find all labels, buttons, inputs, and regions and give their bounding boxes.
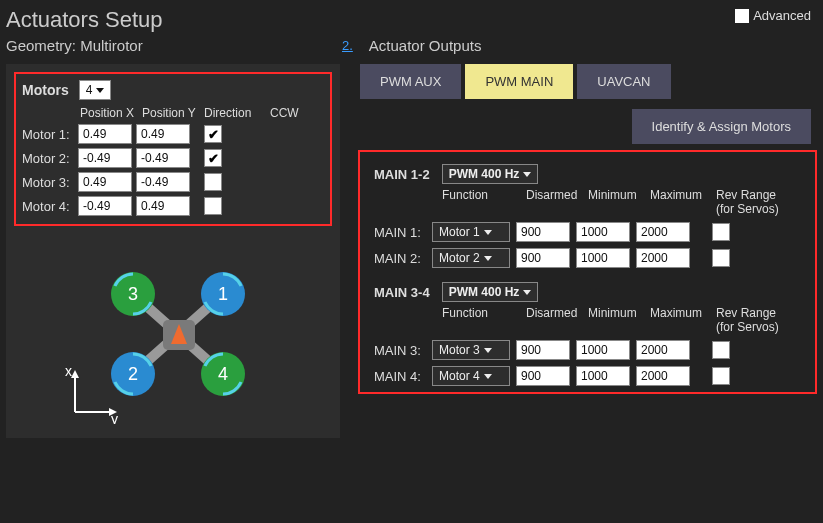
- motor-row: Motor 2: ✔: [22, 148, 324, 168]
- function-select[interactable]: Motor 3: [432, 340, 510, 360]
- pwm-rate-select[interactable]: PWM 400 Hz: [442, 282, 539, 302]
- svg-text:3: 3: [128, 284, 138, 304]
- function-select[interactable]: Motor 1: [432, 222, 510, 242]
- motor-diagram: 3 1 2: [63, 244, 283, 424]
- disarmed-input[interactable]: [516, 248, 570, 268]
- group-label: MAIN 3-4: [374, 285, 430, 300]
- motor-ccw-checkbox[interactable]: [204, 173, 222, 191]
- group-label: MAIN 1-2: [374, 167, 430, 182]
- svg-text:4: 4: [218, 364, 228, 384]
- svg-text:1: 1: [218, 284, 228, 304]
- pwm-rate-value: PWM 400 Hz: [449, 285, 520, 299]
- chevron-down-icon: [484, 348, 492, 353]
- advanced-toggle[interactable]: Advanced: [735, 8, 811, 23]
- tab-pwm-aux[interactable]: PWM AUX: [360, 64, 461, 99]
- tab-uavcan[interactable]: UAVCAN: [577, 64, 670, 99]
- maximum-input[interactable]: [636, 248, 690, 268]
- motor-node-2: 2: [111, 352, 155, 396]
- outputs-label: Actuator Outputs: [369, 37, 482, 54]
- maximum-input[interactable]: [636, 366, 690, 386]
- motor-row-label: Motor 2:: [22, 151, 74, 166]
- channel-row: MAIN 3: Motor 3: [374, 340, 809, 360]
- channel-row: MAIN 4: Motor 4: [374, 366, 809, 386]
- chevron-down-icon: [96, 88, 104, 93]
- motor-row-label: Motor 1:: [22, 127, 74, 142]
- motor-posy-input[interactable]: [136, 196, 190, 216]
- motors-table-header: Position X Position Y Direction CCW: [22, 106, 324, 120]
- motor-posx-input[interactable]: [78, 196, 132, 216]
- motors-panel: Motors 4 Position X Position Y Direction…: [6, 64, 340, 438]
- outputs-table-header: Function Disarmed Minimum Maximum Rev Ra…: [438, 188, 809, 216]
- svg-text:2: 2: [128, 364, 138, 384]
- maximum-input[interactable]: [636, 340, 690, 360]
- motors-highlight: Motors 4 Position X Position Y Direction…: [14, 72, 332, 226]
- minimum-input[interactable]: [576, 222, 630, 242]
- motor-count-value: 4: [86, 83, 93, 97]
- motor-ccw-checkbox[interactable]: [204, 197, 222, 215]
- tab-pwm-main[interactable]: PWM MAIN: [465, 64, 573, 99]
- svg-marker-13: [71, 370, 79, 378]
- rev-range-checkbox[interactable]: [712, 367, 730, 385]
- motor-row: Motor 1: ✔: [22, 124, 324, 144]
- motor-row: Motor 3:: [22, 172, 324, 192]
- channel-label: MAIN 4:: [374, 369, 426, 384]
- minimum-input[interactable]: [576, 366, 630, 386]
- motor-node-4: 4: [201, 352, 245, 396]
- advanced-checkbox[interactable]: [735, 9, 749, 23]
- pwm-rate-select[interactable]: PWM 400 Hz: [442, 164, 539, 184]
- pwm-rate-value: PWM 400 Hz: [449, 167, 520, 181]
- motor-ccw-checkbox[interactable]: ✔: [204, 125, 222, 143]
- motor-node-3: 3: [111, 272, 155, 316]
- rev-range-checkbox[interactable]: [712, 341, 730, 359]
- motor-posx-input[interactable]: [78, 148, 132, 168]
- motor-row: Motor 4:: [22, 196, 324, 216]
- chevron-down-icon: [523, 290, 531, 295]
- minimum-input[interactable]: [576, 340, 630, 360]
- chevron-down-icon: [523, 172, 531, 177]
- chevron-down-icon: [484, 256, 492, 261]
- motor-posy-input[interactable]: [136, 172, 190, 192]
- channel-label: MAIN 2:: [374, 251, 426, 266]
- output-tabs: PWM AUX PWM MAIN UAVCAN: [360, 64, 817, 99]
- motor-row-label: Motor 4:: [22, 199, 74, 214]
- svg-text:y: y: [111, 411, 118, 424]
- channel-label: MAIN 3:: [374, 343, 426, 358]
- channel-row: MAIN 2: Motor 2: [374, 248, 809, 268]
- function-select[interactable]: Motor 4: [432, 366, 510, 386]
- chevron-down-icon: [484, 230, 492, 235]
- identify-motors-button[interactable]: Identify & Assign Motors: [632, 109, 811, 144]
- outputs-highlight: MAIN 1-2 PWM 400 Hz Function Disarmed Mi…: [358, 150, 817, 394]
- channel-row: MAIN 1: Motor 1: [374, 222, 809, 242]
- geometry-label: Geometry: Multirotor: [6, 37, 336, 54]
- motor-count-select[interactable]: 4: [79, 80, 112, 100]
- axes-icon: x y: [65, 363, 118, 424]
- svg-text:x: x: [65, 363, 72, 379]
- motor-row-label: Motor 3:: [22, 175, 74, 190]
- page-title: Actuators Setup: [0, 0, 823, 33]
- advanced-label: Advanced: [753, 8, 811, 23]
- disarmed-input[interactable]: [516, 340, 570, 360]
- disarmed-input[interactable]: [516, 222, 570, 242]
- motor-posy-input[interactable]: [136, 148, 190, 168]
- motors-label: Motors: [22, 82, 69, 98]
- rev-range-checkbox[interactable]: [712, 223, 730, 241]
- rev-range-checkbox[interactable]: [712, 249, 730, 267]
- disarmed-input[interactable]: [516, 366, 570, 386]
- motor-posx-input[interactable]: [78, 172, 132, 192]
- minimum-input[interactable]: [576, 248, 630, 268]
- maximum-input[interactable]: [636, 222, 690, 242]
- channel-label: MAIN 1:: [374, 225, 426, 240]
- motor-posy-input[interactable]: [136, 124, 190, 144]
- geometry-help-link[interactable]: 2.: [342, 38, 353, 53]
- outputs-table-header: Function Disarmed Minimum Maximum Rev Ra…: [438, 306, 809, 334]
- function-select[interactable]: Motor 2: [432, 248, 510, 268]
- motor-posx-input[interactable]: [78, 124, 132, 144]
- motor-ccw-checkbox[interactable]: ✔: [204, 149, 222, 167]
- motor-node-1: 1: [201, 272, 245, 316]
- chevron-down-icon: [484, 374, 492, 379]
